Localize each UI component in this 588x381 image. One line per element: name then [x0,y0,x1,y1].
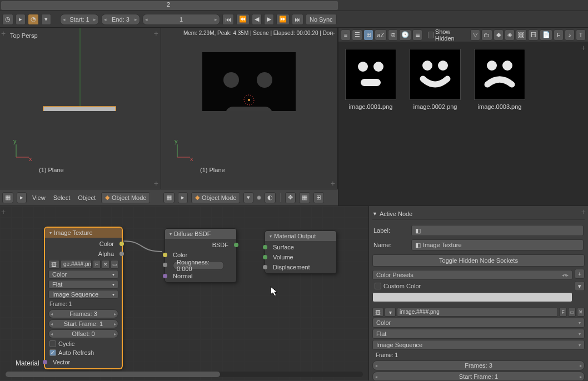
filter-sound-icon[interactable]: ♪ [565,29,575,41]
node-editor-scrollbar[interactable] [6,372,363,377]
prop-start-frame-field[interactable]: ◂Start Frame: 1▸ [372,372,585,380]
unlink-icon[interactable]: ✕ [577,308,585,317]
expand-icon[interactable]: ▸ [17,192,27,203]
preset-dropdown-icon[interactable]: ▾ [575,281,585,291]
marker-icon[interactable]: ◔ [28,14,39,25]
socket-bsdf-out[interactable]: BSDF [165,240,236,250]
filter-movie-icon[interactable]: 🎞 [528,29,539,41]
next-key-icon[interactable]: ⏩ [276,14,290,25]
prop-source-dropdown[interactable]: Image Sequence▾ [372,340,585,350]
node-diffuse-bsdf[interactable]: ▾Diffuse BSDF BSDF Color Roughness: 0.00… [165,228,237,283]
sync-mode-dropdown[interactable]: No Sync [306,14,337,25]
color-space-dropdown[interactable]: Color▾ [48,270,118,279]
prop-frames-field[interactable]: ◂Frames: 3▸ [372,360,585,370]
add-preset-icon[interactable]: + [575,269,585,279]
prop-projection-dropdown[interactable]: Flat▾ [372,329,585,339]
filter-blend-icon[interactable]: ◆ [494,29,504,41]
viewport-canvas[interactable] [161,28,328,111]
node-header[interactable]: ▾Material Output [265,231,336,241]
cyclic-checkbox[interactable] [49,340,56,347]
socket-surface-in[interactable]: Surface [265,242,336,252]
node-header[interactable]: ▾Image Texture [45,228,122,238]
image-filename-field[interactable]: ge.####.png [61,260,92,269]
filter-image-icon[interactable]: 🖼 [516,29,527,41]
layers-icon[interactable]: ▦ [299,192,310,203]
image-browse-icon[interactable]: 🖼 [48,260,59,269]
toggle-sockets-button[interactable]: Toggle Hidden Node Sockets [372,254,585,267]
plus-icon[interactable]: + [331,179,335,188]
label-input[interactable]: ◧ [411,225,584,236]
show-hidden-checkbox[interactable] [428,32,434,38]
viewport-right[interactable]: + + Mem: 2.29M, Peak: 4.35M | Scene | El… [161,28,338,189]
editor-type-icon[interactable]: ▦ [2,192,13,203]
prop-colorspace-dropdown[interactable]: Color▾ [372,318,585,328]
file-thumb[interactable]: image.0001.png [345,49,396,110]
open-icon[interactable]: ▭ [568,308,576,317]
image-filename-field[interactable]: image.####.png [397,308,558,317]
end-frame-field[interactable]: ◂End: 3▸ [101,14,140,25]
frames-field[interactable]: ◂Frames: 3▸ [48,309,118,318]
sort-alpha-icon[interactable]: aZ [375,29,387,41]
socket-volume-in[interactable]: Volume [265,252,336,262]
socket-normal-in[interactable]: Normal [165,271,236,281]
manipulator-icon[interactable]: ✥ [285,192,296,203]
menu-select[interactable]: Select [51,194,73,201]
socket-alpha-out[interactable]: Alpha [45,249,122,259]
sort-size-icon[interactable]: ≣ [412,29,422,41]
viewport-left[interactable]: + + + Top Persp yx (1) Plane [0,28,161,189]
prev-key-icon[interactable]: ⏪ [236,14,250,25]
socket-color-out[interactable]: Color [45,239,122,249]
filter-backup-icon[interactable]: ◈ [505,29,515,41]
auto-refresh-checkbox[interactable]: ✓ [49,349,56,356]
list-short-icon[interactable]: ≡ [341,29,351,41]
color-presets-dropdown[interactable]: Color Presets◂▾▸ [372,270,572,280]
file-thumb[interactable]: image.0002.png [410,49,461,110]
start-frame-field[interactable]: ◂Start: 1▸ [60,14,99,25]
shading-dropdown[interactable]: ▾ [243,192,253,203]
plus-icon[interactable]: + [581,43,586,52]
image-nav-icon[interactable]: ▾ [385,308,396,317]
play-icon[interactable]: ▶ [264,14,274,25]
filter-icon[interactable]: ▽ [470,29,480,41]
mode-dropdown[interactable]: ◆Object Mode [191,192,240,203]
list-long-icon[interactable]: ☰ [352,29,362,41]
timeline-strip[interactable]: 2 [0,0,588,11]
thumb-icon[interactable]: ⊞ [363,29,373,41]
jump-start-icon[interactable]: ⏮ [222,14,234,25]
offset-field[interactable]: ◂Offset: 0▸ [48,329,118,338]
pivot-icon[interactable] [257,195,261,200]
node-material-output[interactable]: ▾Material Output Surface Volume Displace… [265,230,337,274]
source-dropdown[interactable]: Image Sequence▾ [48,290,118,299]
mode-dropdown[interactable]: ◆Object Mode [101,192,150,203]
node-header[interactable]: ▾Diffuse BSDF [165,229,236,239]
node-image-texture[interactable]: ▾Image Texture Color Alpha 🖼 ge.####.png… [44,227,122,369]
plus-icon[interactable]: + [154,179,158,188]
filter-script-icon[interactable]: 📄 [540,29,552,41]
play-reverse-icon[interactable]: ◀ [252,14,262,25]
current-frame-field[interactable]: ◂1▸ [142,14,220,25]
sort-time-icon[interactable]: 🕓 [399,29,412,41]
node-editor[interactable]: + ▾Image Texture Color Alpha 🖼 ge.####.p… [0,205,368,380]
socket-displacement-in[interactable]: Displacement [265,262,336,272]
menu-view[interactable]: View [30,194,48,201]
file-browser-content[interactable]: + image.0001.png image.0002.png image.00… [338,42,588,205]
sort-ext-icon[interactable]: ⧉ [388,29,398,41]
snap-icon[interactable]: ⊞ [313,192,324,203]
projection-dropdown[interactable]: Flat▾ [48,280,118,289]
fake-user-button[interactable]: F [559,308,567,317]
plus-icon[interactable]: + [1,207,6,216]
filter-text-icon[interactable]: T [576,29,586,41]
filter-folder-icon[interactable]: 🗀 [481,29,492,41]
custom-color-checkbox[interactable] [375,283,381,289]
jump-end-icon[interactable]: ⏭ [292,14,303,25]
menu-object[interactable]: Object [76,194,98,201]
unlink-icon[interactable]: ✕ [102,260,109,269]
editor-type-icon[interactable]: ◷ [2,14,13,25]
expand-menu-icon[interactable]: ▸ [16,14,26,25]
keying-icon[interactable]: ▾ [41,14,51,25]
start-frame-field[interactable]: ◂Start Frame: 1▸ [48,319,118,328]
color-swatch[interactable] [372,292,572,302]
filter-font-icon[interactable]: F [554,29,564,41]
socket-vector-in[interactable]: Vector [45,357,122,367]
plus-icon[interactable]: + [581,207,586,216]
